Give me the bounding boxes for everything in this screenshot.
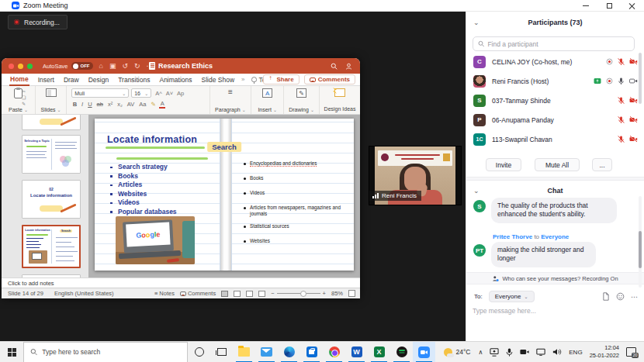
- subscript-button[interactable]: x₂: [116, 101, 124, 108]
- autosave-toggle[interactable]: OFF: [71, 62, 93, 70]
- ppt-search-icon[interactable]: [331, 63, 338, 70]
- superscript-button[interactable]: x²: [106, 101, 113, 108]
- zoom-knob[interactable]: [300, 291, 306, 297]
- slide-thumbnail[interactable]: 02 Locate information: [22, 180, 81, 219]
- chrome-button[interactable]: [323, 342, 345, 362]
- participant-search[interactable]: [473, 36, 635, 51]
- mic-off-icon[interactable]: [617, 115, 625, 124]
- normal-view-button[interactable]: [221, 291, 228, 297]
- taskbar-search-input[interactable]: [42, 348, 181, 356]
- store-button[interactable]: [300, 342, 323, 362]
- participant-row[interactable]: Reni Francis (Host): [466, 71, 638, 91]
- slide-thumbnail[interactable]: Selecting a Topic: [22, 135, 81, 174]
- notes-toggle[interactable]: ≡Notes: [154, 290, 175, 297]
- document-title-chip[interactable]: Research Ethics: [149, 62, 213, 70]
- chat-scrollbar[interactable]: [639, 231, 642, 268]
- maximize-button[interactable]: [597, 0, 621, 12]
- redo-icon[interactable]: ↻: [134, 62, 140, 70]
- drawing-group[interactable]: ✎ Drawing⌄: [284, 86, 320, 114]
- mail-button[interactable]: [255, 342, 278, 362]
- spotify-button[interactable]: [390, 342, 413, 362]
- edge-button[interactable]: [278, 342, 300, 362]
- tab-slideshow[interactable]: Slide Show: [201, 74, 236, 85]
- cortana-button[interactable]: [188, 342, 210, 362]
- design-ideas-group[interactable]: Design Ideas: [320, 86, 360, 114]
- language-status[interactable]: English (United States): [54, 290, 114, 297]
- video-on-icon[interactable]: [628, 77, 638, 85]
- mic-off-icon[interactable]: [617, 57, 625, 66]
- undo-icon[interactable]: ↺: [122, 62, 128, 70]
- font-size-select[interactable]: 16⌄: [131, 88, 151, 98]
- clock-widget[interactable]: 12:04 25-01-2022: [590, 344, 619, 360]
- video-off-icon[interactable]: [628, 135, 638, 143]
- slide-thumbnail-current[interactable]: Locate information Search: [22, 225, 81, 268]
- save-icon[interactable]: ▣: [109, 62, 116, 70]
- tray-expand-icon[interactable]: ∧: [478, 349, 483, 356]
- tab-home[interactable]: Home: [9, 74, 29, 86]
- mute-all-button[interactable]: Mute All: [535, 158, 580, 171]
- word-button[interactable]: W: [345, 342, 368, 362]
- mic-tray-icon[interactable]: [506, 348, 513, 357]
- participant-row[interactable]: C CELINA JOY (Co-host, me): [466, 52, 638, 71]
- share-button[interactable]: Share: [263, 74, 299, 84]
- recipient-select[interactable]: Everyone ⌄: [489, 291, 535, 302]
- sender-name[interactable]: Pritee Thorve: [493, 233, 532, 240]
- reading-view-button[interactable]: [246, 291, 253, 297]
- video-off-icon[interactable]: [628, 57, 638, 66]
- mac-zoom-icon[interactable]: [27, 64, 33, 69]
- tab-transitions[interactable]: Transitions: [117, 74, 151, 85]
- invite-button[interactable]: Invite: [486, 158, 521, 171]
- emoji-icon[interactable]: [616, 292, 625, 301]
- chat-more-icon[interactable]: ⋯: [631, 293, 638, 301]
- highlight-button[interactable]: ✎: [150, 101, 157, 108]
- tab-draw[interactable]: Draw: [63, 74, 80, 85]
- weather-widget[interactable]: 24°C: [444, 348, 470, 357]
- strikethrough-button[interactable]: ab: [95, 101, 104, 108]
- camera-tray-icon[interactable]: [520, 348, 529, 356]
- change-case-button[interactable]: Aa: [138, 101, 147, 108]
- volume-tray-icon[interactable]: [552, 348, 562, 356]
- account-icon[interactable]: [345, 63, 352, 70]
- slide-sorter-button[interactable]: [234, 291, 241, 297]
- start-button[interactable]: [0, 342, 23, 362]
- mac-close-icon[interactable]: [9, 64, 14, 69]
- slideshow-button[interactable]: [258, 291, 265, 297]
- collapse-chat-icon[interactable]: ⌄: [473, 187, 480, 195]
- slides-group[interactable]: Slides⌄: [36, 86, 67, 114]
- slide-thumbnail-rail[interactable]: Selecting a Topic 02: [2, 115, 88, 278]
- privacy-notice[interactable]: Who can see your messages? Recording On: [466, 272, 644, 284]
- comments-toggle[interactable]: Comments: [180, 290, 216, 297]
- chat-message-input[interactable]: [473, 307, 638, 315]
- bold-button[interactable]: B: [71, 101, 78, 108]
- cut-icon[interactable]: ✂: [22, 88, 26, 94]
- mic-off-icon[interactable]: [617, 96, 625, 105]
- participant-row[interactable]: 1C 113-Swapnil Chavan: [466, 129, 638, 149]
- italic-button[interactable]: I: [81, 101, 85, 108]
- recipient-name[interactable]: Everyone: [541, 233, 569, 240]
- zoom-taskbar-button[interactable]: [413, 342, 435, 362]
- video-off-icon[interactable]: [628, 115, 638, 124]
- task-view-button[interactable]: [210, 342, 233, 362]
- paragraph-group[interactable]: ≡ Paragraph⌄: [210, 86, 251, 114]
- paste-group[interactable]: ✂ ❏ ✎ Paste⌄: [2, 86, 36, 114]
- more-options-button[interactable]: ...: [592, 158, 612, 171]
- teams-tray-icon[interactable]: [490, 348, 499, 357]
- collapse-participants-icon[interactable]: ⌄: [473, 19, 480, 26]
- language-indicator[interactable]: ENG: [569, 349, 582, 356]
- mic-off-icon[interactable]: [617, 135, 625, 143]
- char-spacing-button[interactable]: AV: [126, 101, 135, 108]
- format-painter-icon[interactable]: ✎: [22, 101, 26, 106]
- shrink-font-button[interactable]: A˅: [166, 90, 173, 97]
- ribbon-overflow-icon[interactable]: »: [241, 76, 244, 83]
- fit-slide-icon[interactable]: [348, 290, 355, 297]
- minimize-button[interactable]: [574, 0, 597, 12]
- participant-row[interactable]: S 037-Tanmay Shinde: [466, 91, 638, 110]
- copy-icon[interactable]: ❏: [22, 95, 26, 100]
- home-quick-icon[interactable]: ⌂: [99, 62, 103, 70]
- tab-design[interactable]: Design: [88, 74, 109, 85]
- file-attach-icon[interactable]: [602, 292, 610, 301]
- participant-search-input[interactable]: [487, 40, 629, 48]
- grow-font-button[interactable]: A^: [155, 90, 162, 97]
- font-color-button[interactable]: A: [159, 100, 165, 109]
- zoom-level[interactable]: 85%: [331, 290, 343, 297]
